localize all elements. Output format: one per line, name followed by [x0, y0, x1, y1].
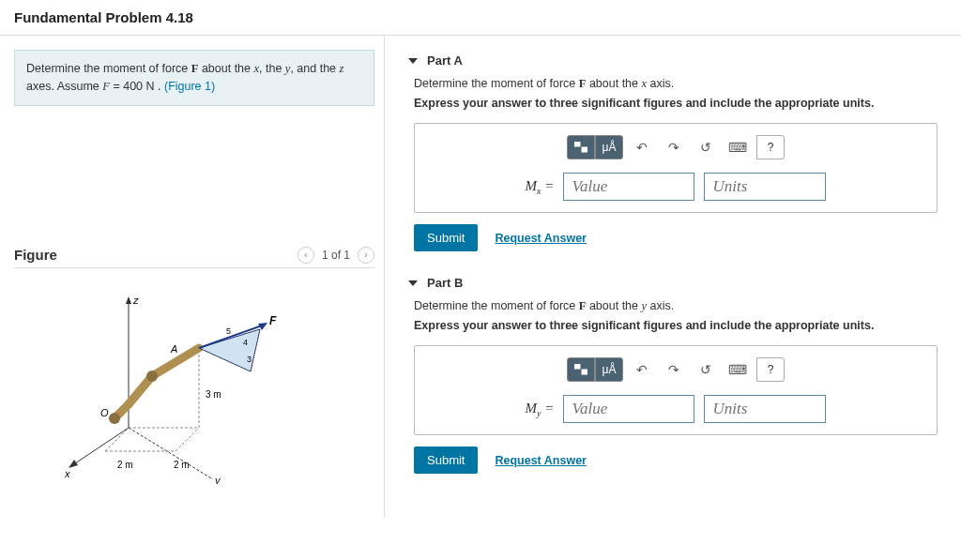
- units-input-a[interactable]: [704, 173, 826, 201]
- part-a-instruction: Express your answer to three significant…: [414, 97, 938, 110]
- svg-text:O: O: [100, 407, 109, 418]
- problem-text: .: [155, 80, 164, 93]
- svg-rect-30: [574, 142, 580, 146]
- part-b-title: Part B: [427, 276, 463, 290]
- pager-next-button[interactable]: ›: [358, 247, 374, 264]
- svg-point-17: [146, 371, 158, 382]
- problem-text: Determine the moment of force: [26, 62, 191, 75]
- value-input-a[interactable]: [563, 173, 694, 201]
- var-z: z: [340, 62, 344, 75]
- q-text: Determine the moment of force: [414, 77, 579, 90]
- svg-rect-33: [582, 370, 587, 374]
- template-button[interactable]: [567, 357, 595, 382]
- undo-icon[interactable]: ↶: [629, 358, 655, 381]
- q-text: axis.: [647, 77, 674, 90]
- submit-button-a[interactable]: Submit: [414, 224, 478, 251]
- svg-line-11: [175, 428, 199, 451]
- toolbar-a: μÅ ↶ ↷ ↺ ⌨ ?: [428, 135, 923, 159]
- svg-line-12: [105, 428, 129, 451]
- q-text: Determine the moment of force: [414, 299, 579, 312]
- diagram-svg: z x y: [63, 287, 326, 484]
- request-answer-link-a[interactable]: Request Answer: [495, 232, 586, 245]
- redo-icon[interactable]: ↷: [661, 358, 687, 381]
- part-a-header[interactable]: Part A: [408, 53, 938, 68]
- svg-text:3 m: 3 m: [206, 389, 221, 400]
- help-button[interactable]: ?: [756, 135, 785, 159]
- svg-text:F: F: [269, 314, 277, 327]
- request-answer-link-b[interactable]: Request Answer: [495, 454, 586, 467]
- left-column: Determine the moment of force F about th…: [0, 36, 385, 517]
- problem-text: about the: [198, 62, 253, 75]
- problem-text: , the: [259, 62, 285, 75]
- svg-text:z: z: [132, 295, 139, 306]
- figure-pager: ‹ 1 of 1 ›: [297, 247, 374, 264]
- part-a-answer-box: μÅ ↶ ↷ ↺ ⌨ ? Mx =: [414, 123, 938, 213]
- svg-marker-4: [69, 460, 78, 468]
- problem-text: axes. Assume: [26, 80, 102, 93]
- svg-point-16: [109, 413, 120, 424]
- figure-section: Figure ‹ 1 of 1 › z x y: [14, 247, 374, 503]
- svg-text:2 m: 2 m: [117, 460, 133, 470]
- svg-text:5: 5: [226, 326, 231, 336]
- problem-statement: Determine the moment of force F about th…: [14, 50, 374, 106]
- q-text: about the: [586, 77, 641, 90]
- svg-text:A: A: [170, 343, 177, 355]
- units-button[interactable]: μÅ: [595, 135, 623, 159]
- part-a-body: Determine the moment of force F about th…: [408, 77, 938, 251]
- right-column: Part A Determine the moment of force F a…: [385, 36, 961, 517]
- moment-label-a: Mx =: [526, 178, 555, 196]
- svg-text:4: 4: [243, 338, 248, 347]
- figure-link[interactable]: (Figure 1): [164, 80, 215, 93]
- f-value: 400 N: [123, 80, 154, 93]
- figure-heading: Figure: [14, 247, 57, 263]
- help-button[interactable]: ?: [756, 357, 785, 382]
- reset-icon[interactable]: ↺: [693, 136, 719, 159]
- units-button[interactable]: μÅ: [595, 357, 623, 382]
- submit-button-b[interactable]: Submit: [414, 446, 478, 474]
- part-b-header[interactable]: Part B: [408, 276, 938, 290]
- figure-image: z x y: [14, 268, 374, 503]
- part-b-answer-box: μÅ ↶ ↷ ↺ ⌨ ? My =: [414, 345, 938, 435]
- part-b-question: Determine the moment of force F about th…: [414, 299, 938, 313]
- keyboard-icon[interactable]: ⌨: [725, 136, 751, 159]
- q-text: about the: [586, 299, 641, 312]
- undo-icon[interactable]: ↶: [629, 136, 655, 159]
- svg-text:y: y: [214, 475, 221, 484]
- caret-down-icon: [408, 58, 418, 64]
- svg-line-6: [129, 428, 213, 479]
- page-header: Fundamental Problem 4.18: [0, 0, 961, 36]
- svg-rect-31: [582, 147, 587, 152]
- svg-text:2 m: 2 m: [174, 460, 190, 470]
- svg-rect-32: [574, 364, 580, 369]
- part-b-body: Determine the moment of force F about th…: [408, 299, 938, 474]
- q-text: axis.: [647, 299, 674, 312]
- part-a-question: Determine the moment of force F about th…: [414, 77, 938, 91]
- toolbar-b: μÅ ↶ ↷ ↺ ⌨ ?: [428, 357, 923, 382]
- redo-icon[interactable]: ↷: [661, 136, 687, 159]
- caret-down-icon: [408, 280, 418, 286]
- template-button[interactable]: [567, 135, 595, 159]
- part-b-instruction: Express your answer to three significant…: [414, 319, 938, 332]
- var-f-def: F: [102, 80, 110, 93]
- moment-label-b: My =: [526, 401, 555, 418]
- svg-marker-1: [126, 296, 131, 304]
- problem-text: , and the: [290, 62, 339, 75]
- part-a-title: Part A: [427, 53, 463, 68]
- page-title: Fundamental Problem 4.18: [14, 9, 947, 25]
- svg-text:x: x: [64, 468, 70, 479]
- svg-text:3: 3: [247, 355, 252, 364]
- eq-sign: =: [110, 80, 123, 93]
- reset-icon[interactable]: ↺: [693, 358, 719, 381]
- value-input-b[interactable]: [563, 395, 694, 423]
- equation-row-a: Mx =: [428, 173, 923, 201]
- pager-label: 1 of 1: [322, 249, 350, 262]
- keyboard-icon[interactable]: ⌨: [725, 358, 751, 381]
- pager-prev-button[interactable]: ‹: [297, 247, 314, 264]
- units-input-b[interactable]: [704, 395, 826, 423]
- equation-row-b: My =: [428, 395, 923, 423]
